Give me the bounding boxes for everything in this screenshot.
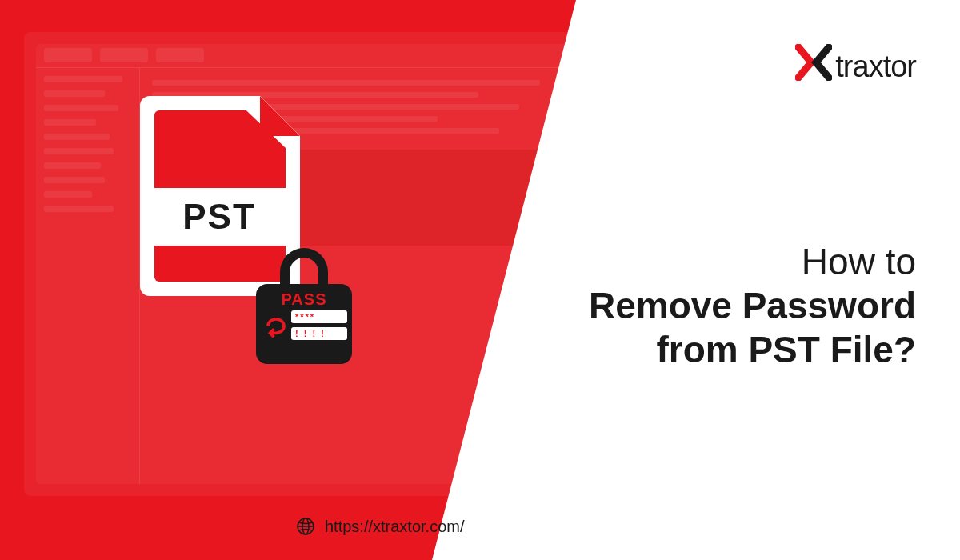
screenshot-sidebar: [36, 68, 140, 484]
logo-x-mark: [795, 44, 832, 90]
headline-line2: Remove Password: [589, 284, 916, 328]
password-field-masked: ****: [291, 310, 347, 323]
promo-banner: PST PASS **** ! ! ! ! traxtor: [0, 0, 960, 560]
content-placeholder: [152, 80, 540, 86]
sidebar-placeholder: [44, 119, 96, 126]
sidebar-placeholder: [44, 177, 105, 183]
lock-body: PASS **** ! ! ! !: [256, 284, 352, 364]
headline: How to Remove Password from PST File?: [589, 240, 916, 373]
sidebar-placeholder: [44, 206, 114, 212]
toolbar-placeholder: [44, 48, 92, 62]
logo-brand-text: traxtor: [835, 50, 916, 84]
headline-line3: from PST File?: [589, 328, 916, 372]
sidebar-placeholder: [44, 162, 101, 169]
sidebar-placeholder: [44, 134, 110, 140]
headline-line1: How to: [589, 240, 916, 284]
sidebar-placeholder: [44, 191, 92, 198]
sidebar-placeholder: [44, 90, 105, 97]
password-fields: **** ! ! ! !: [291, 310, 347, 344]
website-url-section: https://xtraxtor.com/: [296, 517, 465, 536]
padlock-icon: PASS **** ! ! ! !: [256, 248, 368, 376]
toolbar-placeholder: [156, 48, 204, 62]
password-field-error: ! ! ! !: [291, 327, 347, 340]
sidebar-placeholder: [44, 148, 114, 154]
globe-icon: [296, 517, 315, 536]
toolbar-placeholder: [100, 48, 148, 62]
screenshot-toolbar: [36, 44, 572, 68]
sidebar-placeholder: [44, 76, 122, 82]
pass-label: PASS: [256, 290, 352, 309]
file-extension-label: PST: [143, 188, 295, 246]
website-url: https://xtraxtor.com/: [325, 518, 465, 536]
brand-logo: traxtor: [795, 44, 916, 90]
reset-arrow-icon: [264, 316, 288, 340]
sidebar-placeholder: [44, 105, 118, 111]
